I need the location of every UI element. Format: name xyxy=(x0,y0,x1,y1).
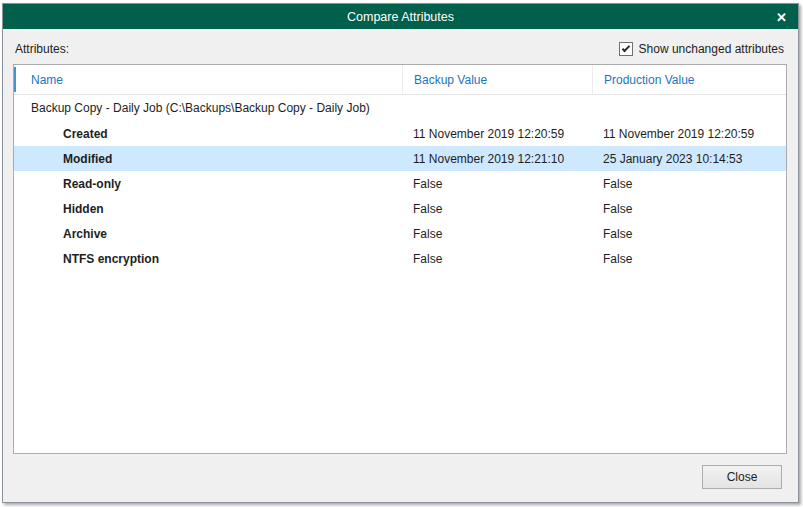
production-value: False xyxy=(592,202,786,216)
column-header-name[interactable]: Name xyxy=(14,73,402,87)
backup-value: False xyxy=(402,252,592,266)
attribute-name: Read-only xyxy=(14,177,402,191)
production-value: 11 November 2019 12:20:59 xyxy=(592,127,786,141)
table-row[interactable]: Created 11 November 2019 12:20:59 11 Nov… xyxy=(14,121,786,146)
production-value: False xyxy=(592,177,786,191)
attribute-name: Created xyxy=(14,127,402,141)
backup-value: 11 November 2019 12:21:10 xyxy=(402,152,592,166)
backup-value: 11 November 2019 12:20:59 xyxy=(402,127,592,141)
titlebar: Compare Attributes ✕ xyxy=(3,4,798,29)
attribute-name: Modified xyxy=(14,152,402,166)
column-header-production-value[interactable]: Production Value xyxy=(592,65,786,94)
attributes-table: Name Backup Value Production Value Backu… xyxy=(13,64,787,454)
attribute-name: Hidden xyxy=(14,202,402,216)
checkbox-label: Show unchanged attributes xyxy=(639,42,784,56)
backup-value: False xyxy=(402,202,592,216)
attribute-name: NTFS encryption xyxy=(14,252,402,266)
compare-attributes-dialog: Compare Attributes ✕ Attributes: Show un… xyxy=(2,3,799,503)
table-row[interactable]: Archive False False xyxy=(14,221,786,246)
checkbox-icon xyxy=(619,42,633,56)
close-button[interactable]: Close xyxy=(702,465,782,489)
column-header-backup-value[interactable]: Backup Value xyxy=(402,65,592,94)
backup-value: False xyxy=(402,227,592,241)
attributes-toolbar: Attributes: Show unchanged attributes xyxy=(15,40,784,58)
attributes-label: Attributes: xyxy=(15,42,69,56)
show-unchanged-checkbox[interactable]: Show unchanged attributes xyxy=(619,42,784,56)
group-header-label: Backup Copy - Daily Job (C:\Backups\Back… xyxy=(31,101,370,115)
close-icon[interactable]: ✕ xyxy=(776,10,787,23)
table-row[interactable]: Modified 11 November 2019 12:21:10 25 Ja… xyxy=(14,146,786,171)
table-row[interactable]: Read-only False False xyxy=(14,171,786,196)
table-header: Name Backup Value Production Value xyxy=(14,65,786,95)
dialog-title: Compare Attributes xyxy=(347,10,454,24)
production-value: False xyxy=(592,252,786,266)
production-value: 25 January 2023 10:14:53 xyxy=(592,152,786,166)
attribute-name: Archive xyxy=(14,227,402,241)
backup-value: False xyxy=(402,177,592,191)
table-row[interactable]: NTFS encryption False False xyxy=(14,246,786,271)
group-header[interactable]: Backup Copy - Daily Job (C:\Backups\Back… xyxy=(14,95,786,121)
table-row[interactable]: Hidden False False xyxy=(14,196,786,221)
production-value: False xyxy=(592,227,786,241)
